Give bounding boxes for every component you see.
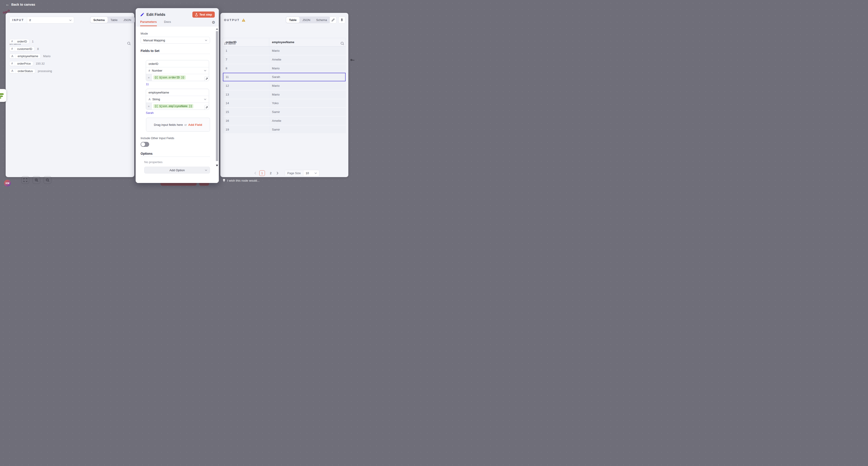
table-cell: 19: [223, 125, 269, 134]
warning-icon: [242, 18, 246, 22]
field-card-orderid: orderID # Number = {{ $json.orderID }}: [146, 60, 209, 81]
schema-field-pill[interactable]: AorderStatus: [9, 69, 35, 73]
equals-icon: =: [146, 74, 152, 81]
node-feedback-link[interactable]: I wish this node would...: [223, 179, 259, 182]
field-expression-input[interactable]: = {{ $json.employeeName }}: [146, 103, 209, 109]
table-row[interactable]: 14Yoko: [223, 99, 346, 108]
output-label: OUTPUT: [224, 19, 240, 22]
zoom-in-button[interactable]: [33, 176, 40, 184]
drag-fields-text: Drag input fields here: [154, 123, 183, 127]
expression-result: 11: [146, 82, 214, 86]
input-panel: INPUT If Schema Table JSON 14 items #ord…: [6, 13, 134, 177]
table-row[interactable]: 15Samir: [223, 107, 346, 116]
fields-to-set-label: Fields to Set: [141, 49, 214, 53]
table-cell: Sarah: [269, 73, 346, 81]
table-cell: Mario: [269, 90, 346, 99]
input-tab-table[interactable]: Table: [107, 17, 121, 23]
schema-field-name: orderPrice: [15, 61, 33, 66]
input-source-select[interactable]: If: [27, 17, 74, 23]
table-row[interactable]: 11Sarah: [223, 73, 346, 81]
table-row[interactable]: 1Mario: [223, 46, 346, 55]
table-row[interactable]: 19Samir: [223, 125, 346, 134]
output-panel: OUTPUT Table JSON Schema 14 items orderI…: [220, 13, 348, 177]
page-size-control[interactable]: Page Size 10: [285, 170, 319, 176]
scroll-up-icon[interactable]: [216, 28, 218, 30]
output-tab-schema[interactable]: Schema: [313, 17, 330, 23]
table-row[interactable]: 16Amelie: [223, 116, 346, 125]
field-type-value: String: [152, 98, 160, 101]
output-pin-button[interactable]: [338, 16, 345, 24]
table-cell: 8: [223, 64, 269, 73]
schema-field-value: processing: [38, 69, 52, 73]
flask-icon: [195, 13, 198, 16]
add-option-button[interactable]: Add Option: [144, 167, 210, 173]
schema-field-pill[interactable]: #customerID: [9, 46, 35, 51]
mode-select[interactable]: Manual Mapping: [141, 37, 210, 43]
include-other-fields-toggle[interactable]: [141, 142, 149, 147]
add-option-label: Add Option: [169, 168, 185, 172]
output-view-tabs: Table JSON Schema: [286, 16, 330, 23]
output-edit-button[interactable]: [330, 16, 337, 24]
zoom-out-button[interactable]: [43, 176, 51, 184]
pin-icon: [340, 18, 343, 22]
page-1-button[interactable]: 1: [259, 170, 265, 176]
table-cell: Mario: [269, 64, 346, 73]
modal-header: Edit Fields Test step Parameters Docs ⚙: [135, 8, 219, 26]
schema-field-pill[interactable]: AemployeeName: [9, 54, 41, 59]
table-row[interactable]: 12Mario: [223, 81, 346, 90]
drag-fields-dropzone[interactable]: Drag input fields here or Add Field: [146, 118, 210, 132]
open-expression-editor-button[interactable]: [204, 105, 209, 110]
string-type-icon: A: [9, 69, 16, 73]
open-expression-editor-button[interactable]: [204, 76, 209, 81]
field-name-value: employeeName: [149, 91, 169, 94]
pencil-icon: [331, 18, 335, 22]
table-row[interactable]: 7Amelie: [223, 55, 346, 64]
page-prev-icon[interactable]: [254, 172, 256, 175]
user-avatar[interactable]: KM: [4, 180, 11, 187]
schema-field-row: AorderStatusprocessing: [9, 67, 131, 75]
output-table: orderIDemployeeName 1Mario7Amelie8Mario1…: [223, 38, 346, 134]
number-type-icon: #: [9, 39, 15, 43]
input-source-selector[interactable]: INPUT If: [9, 17, 74, 24]
page-size-select[interactable]: 10: [303, 171, 319, 175]
page-2-button[interactable]: 2: [268, 170, 274, 176]
fit-view-button[interactable]: [22, 176, 29, 184]
test-step-button[interactable]: Test step: [192, 11, 215, 18]
field-card-employeename: employeeName A String = {{ $json.employe…: [146, 89, 209, 110]
output-tab-table[interactable]: Table: [286, 17, 300, 23]
field-name-input[interactable]: orderID: [146, 60, 209, 67]
input-tab-json[interactable]: JSON: [121, 17, 134, 23]
field-expression-input[interactable]: = {{ $json.orderID }}: [146, 74, 209, 81]
input-schema-list: #orderID1#customerID8AemployeeNameMario#…: [9, 38, 131, 74]
tab-parameters[interactable]: Parameters: [140, 20, 157, 26]
zoom-out-icon: [46, 178, 50, 182]
schema-field-name: orderID: [15, 39, 29, 43]
schema-field-value: 150.32: [36, 62, 45, 65]
scroll-down-icon[interactable]: [216, 165, 218, 166]
page-size-label: Page Size: [285, 170, 303, 176]
schema-field-pill[interactable]: #orderPrice: [9, 61, 33, 66]
page-size-value: 10: [306, 171, 309, 175]
back-to-canvas-label: Back to canvas: [11, 3, 35, 6]
field-type-select[interactable]: # Number: [146, 67, 209, 74]
tab-docs[interactable]: Docs: [164, 20, 171, 26]
node-settings-gear-icon[interactable]: ⚙: [212, 21, 215, 24]
table-row[interactable]: 8Mario: [223, 64, 346, 73]
back-arrow-icon: ←: [6, 2, 9, 6]
add-field-link[interactable]: Add Field: [188, 123, 202, 127]
field-type-select[interactable]: A String: [146, 96, 209, 103]
modal-scrollbar[interactable]: [216, 28, 218, 163]
page-next-icon[interactable]: [276, 172, 278, 175]
string-type-icon: A: [9, 54, 16, 58]
test-step-label: Test step: [199, 13, 212, 16]
input-tab-schema[interactable]: Schema: [90, 17, 107, 23]
field-name-input[interactable]: employeeName: [146, 89, 209, 96]
schema-field-pill[interactable]: #orderID: [9, 39, 29, 44]
table-row[interactable]: 13Mario: [223, 90, 346, 99]
canvas-zoom-controls: [22, 176, 51, 184]
schema-field-name: orderStatus: [16, 69, 35, 73]
output-tab-json[interactable]: JSON: [300, 17, 313, 23]
scrollbar-thumb[interactable]: [216, 31, 218, 161]
back-to-canvas-link[interactable]: ← Back to canvas: [6, 2, 35, 6]
input-node-stub[interactable]: [0, 89, 6, 102]
